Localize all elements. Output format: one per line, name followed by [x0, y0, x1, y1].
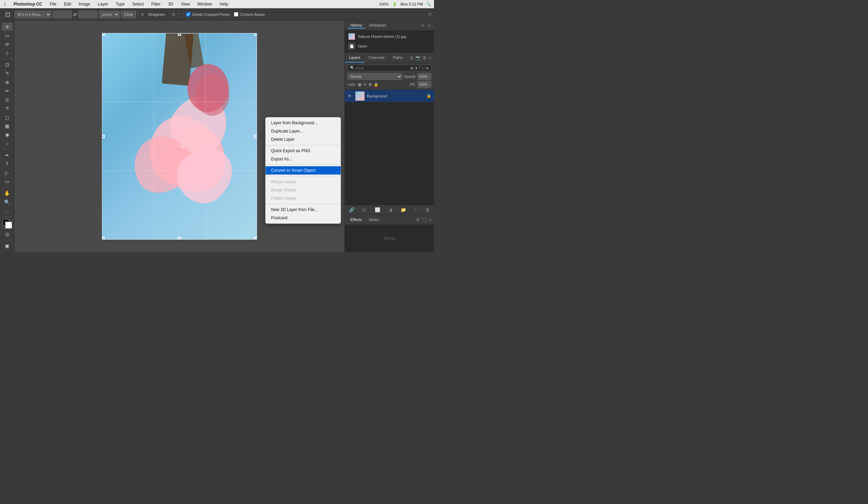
brush-tool[interactable]: ✏	[2, 87, 13, 95]
magic-wand-tool[interactable]: ⊹	[2, 49, 13, 57]
type-tool[interactable]: T	[2, 160, 13, 168]
fill-input[interactable]	[417, 81, 431, 88]
add-style-icon[interactable]: fx	[361, 207, 368, 213]
crop-handle-tl[interactable]	[102, 33, 105, 36]
crop-handle-bl[interactable]	[102, 237, 105, 240]
lock-position-icon[interactable]: ✛	[363, 82, 366, 87]
history-item-1[interactable]: 📄 Open	[345, 41, 434, 51]
height-input[interactable]	[79, 11, 97, 18]
layers-panel-grid-icon[interactable]: ⊞	[410, 55, 413, 60]
zoom-tool[interactable]: 🔍	[2, 198, 13, 206]
eyedropper-tool[interactable]: ✎	[2, 70, 13, 77]
layer-item-background[interactable]: 👁 Background 🔒	[345, 90, 434, 102]
marquee-tool[interactable]: ▭	[2, 31, 13, 39]
unit-select[interactable]: px/cm	[99, 11, 120, 18]
delete-layer-icon[interactable]: 🗑	[424, 207, 431, 213]
add-mask-icon[interactable]: ⬜	[373, 207, 382, 213]
crop-handle-lc[interactable]	[102, 135, 105, 138]
menu-window[interactable]: Window	[196, 1, 214, 7]
menu-help[interactable]: Help	[218, 1, 230, 7]
context-menu-layer-from-background[interactable]: Layer from Background...	[266, 119, 341, 127]
adjustment-filter-icon[interactable]: ◑	[414, 66, 417, 70]
history-panel-menu[interactable]: ≡	[427, 22, 431, 29]
crop-handle-tc[interactable]	[178, 33, 181, 36]
add-layer-icon[interactable]: +	[413, 207, 418, 213]
shape-filter-icon[interactable]: ▭	[422, 66, 425, 70]
tab-effects[interactable]: Effects	[348, 217, 364, 222]
quick-mask-tool[interactable]: ◎	[2, 230, 13, 238]
add-adjustment-icon[interactable]: ◑	[387, 207, 394, 213]
context-menu-convert-smart-object[interactable]: Convert to Smart Object	[266, 166, 341, 175]
dodge-tool[interactable]: ○	[2, 139, 13, 147]
layer-visibility-eye[interactable]: 👁	[348, 94, 353, 98]
dimension-select[interactable]: W x H x Reso...	[14, 11, 51, 18]
search-icon[interactable]: 🔍	[426, 2, 431, 7]
opacity-input[interactable]	[417, 73, 431, 80]
screen-mode[interactable]: ▣	[2, 242, 13, 250]
width-input[interactable]	[53, 11, 72, 18]
menu-filter[interactable]: Filter	[150, 1, 162, 7]
clone-tool[interactable]: ⎘	[2, 96, 13, 104]
clear-button[interactable]: Clear	[121, 11, 136, 18]
pixel-filter-icon[interactable]: ▦	[410, 66, 413, 70]
layers-panel-menu[interactable]: ≡	[429, 55, 431, 60]
add-group-icon[interactable]: 📁	[399, 207, 407, 213]
menu-image[interactable]: Image	[77, 1, 91, 7]
smartobject-filter-icon[interactable]: ◉	[426, 66, 429, 70]
menu-view[interactable]: View	[179, 1, 191, 7]
tab-styles[interactable]: Styles	[366, 217, 382, 222]
gradient-tool[interactable]: ▦	[2, 122, 13, 130]
effects-adjust-icon[interactable]: ⬛	[422, 217, 427, 222]
history-brush-tool[interactable]: ↰	[2, 104, 13, 112]
effects-menu-icon[interactable]: ≡	[429, 217, 431, 222]
menu-file[interactable]: File	[48, 1, 58, 7]
menu-layer[interactable]: Layer	[96, 1, 110, 7]
crop-handle-tr[interactable]	[254, 33, 257, 36]
tab-history[interactable]: History	[348, 22, 365, 29]
crop-tool[interactable]: ⊡	[2, 61, 13, 69]
tab-histogram[interactable]: Histogram	[366, 22, 389, 29]
tab-layers[interactable]: Layers	[345, 53, 364, 63]
crop-handle-br[interactable]	[254, 237, 257, 240]
context-menu-postcard[interactable]: Postcard	[266, 214, 341, 222]
layers-search-input[interactable]	[356, 66, 409, 70]
effects-grid-icon[interactable]: ⊞	[416, 217, 420, 222]
history-item-0[interactable]: Sakura Flower-before (1).jpg	[345, 32, 434, 41]
settings-icon[interactable]: ⚙	[172, 12, 176, 17]
undo-icon[interactable]: ↺	[428, 12, 432, 17]
menu-edit[interactable]: Edit	[63, 1, 73, 7]
type-filter-icon[interactable]: T	[418, 66, 421, 70]
blend-mode-select[interactable]: Normal	[348, 73, 402, 80]
tab-paths[interactable]: Paths	[389, 53, 407, 63]
crop-handle-bc[interactable]	[178, 237, 181, 240]
canvas-area[interactable]: Layer from Background... Duplicate Layer…	[14, 21, 344, 252]
link-layers-icon[interactable]: 🔗	[348, 207, 356, 213]
content-aware-checkbox[interactable]: Content-Aware	[234, 12, 265, 17]
crop-tool-icon[interactable]: ⊡	[2, 9, 13, 20]
crop-handle-rc[interactable]	[254, 135, 257, 138]
context-menu-duplicate-layer[interactable]: Duplicate Layer...	[266, 127, 341, 135]
lasso-tool[interactable]: ⟳	[2, 40, 13, 48]
context-menu-delete-layer[interactable]: Delete Layer	[266, 135, 341, 144]
lock-pixels-icon[interactable]: ▦	[358, 82, 361, 87]
move-tool[interactable]: ✛	[2, 23, 13, 31]
lock-all-icon[interactable]: 🔒	[374, 82, 379, 87]
more-tools[interactable]: …	[2, 207, 13, 214]
swap-icon[interactable]: ⇄	[73, 12, 77, 17]
context-menu-quick-export[interactable]: Quick Export as PNG	[266, 147, 341, 155]
pen-tool[interactable]: ✒	[2, 151, 13, 159]
options-icon[interactable]: ⋮	[177, 12, 182, 17]
apple-menu[interactable]: 	[3, 1, 7, 8]
context-menu-export-as[interactable]: Export As...	[266, 155, 341, 163]
eraser-tool[interactable]: ◻	[2, 113, 13, 121]
path-select-tool[interactable]: ▷	[2, 169, 13, 177]
lock-artboard-icon[interactable]: ⊞	[369, 82, 372, 87]
context-menu-new-3d-layer[interactable]: New 3D Layer from File...	[266, 206, 341, 214]
menu-3d[interactable]: 3D	[167, 1, 175, 7]
history-panel-close[interactable]: ✕	[420, 22, 425, 29]
heal-tool[interactable]: ⊕	[2, 78, 13, 86]
tab-channels[interactable]: Channels	[364, 53, 389, 63]
blur-tool[interactable]: ◉	[2, 131, 13, 139]
straighten-label[interactable]: Straighten	[146, 12, 167, 17]
layers-panel-camera-icon[interactable]: 📷	[415, 55, 421, 60]
